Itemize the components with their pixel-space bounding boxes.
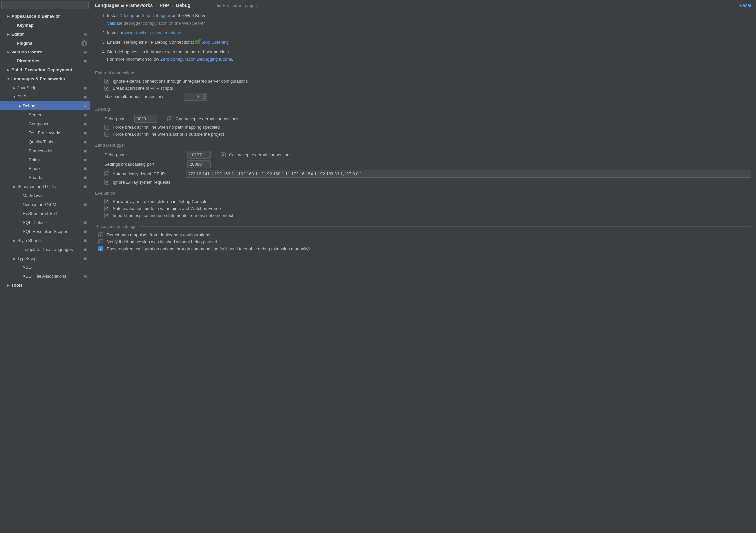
search-input[interactable] <box>1 1 89 9</box>
max-conn-label: Max. simultaneous connections: <box>104 94 181 99</box>
xdebug-force2-checkbox[interactable] <box>104 132 109 137</box>
tree-item-label: Build, Execution, Deployment <box>11 67 87 72</box>
tree-item-schemas-and-dtds[interactable]: ▶Schemas and DTDs▣ <box>0 182 90 191</box>
tree-arrow-icon: ▶ <box>6 68 11 72</box>
adv1-checkbox[interactable] <box>98 232 103 237</box>
tree-arrow-icon: ▶ <box>6 51 11 54</box>
tree-item-debug[interactable]: ▶Debug▣ <box>0 101 90 110</box>
project-scope-icon: ▣ <box>83 131 87 135</box>
tree-item-label: XSLT <box>23 265 87 270</box>
tree-item-appearance-behavior[interactable]: ▶Appearance & Behavior <box>0 12 90 21</box>
project-scope-icon: ▣ <box>83 184 87 189</box>
tree-arrow-icon: ▶ <box>12 239 17 242</box>
tree-item-smarty[interactable]: Smarty▣ <box>0 173 90 182</box>
pre-config-steps: Install Xdebug or Zend Debugger on the W… <box>95 11 751 64</box>
max-conn-input[interactable] <box>184 93 202 101</box>
project-scope-icon: ▣ <box>83 86 87 90</box>
break-first-checkbox[interactable] <box>104 86 109 91</box>
tree-item-label: SQL Dialects <box>23 220 81 225</box>
reset-button[interactable]: Reset <box>739 3 751 8</box>
tree-item-node-js-and-npm[interactable]: Node.js and NPM▣ <box>0 200 90 209</box>
xdebug-accept-checkbox[interactable] <box>167 116 172 121</box>
tree-item-label: Servers <box>29 112 81 117</box>
tree-item-markdown[interactable]: Markdown <box>0 191 90 200</box>
eval2-checkbox[interactable] <box>104 206 109 211</box>
tree-item-label: Version Control <box>11 50 81 54</box>
settings-sidebar: ⌕ ▶Appearance & BehaviorKeymap▶Editor▣Pl… <box>0 0 90 533</box>
tree-item-editor[interactable]: ▶Editor▣ <box>0 30 90 39</box>
advanced-twisty-icon[interactable]: ▼ <box>95 225 100 228</box>
tree-item-blade[interactable]: Blade▣ <box>0 164 90 173</box>
header: Languages & Frameworks › PHP › Debug ▣ F… <box>90 0 756 11</box>
validate-link[interactable]: Validate <box>107 21 122 26</box>
zend-autoip-checkbox[interactable] <box>104 171 109 176</box>
zend-accept-checkbox[interactable] <box>221 152 226 157</box>
xdebug-port-input[interactable] <box>134 115 157 123</box>
xdebug-link[interactable]: Xdebug <box>120 13 135 18</box>
adv3-checkbox[interactable] <box>98 246 103 251</box>
zend-zray-checkbox[interactable] <box>104 180 109 185</box>
zend-link[interactable]: Zend Debugger <box>141 13 170 18</box>
tree-item-tools[interactable]: ▶Tools <box>0 281 90 290</box>
tree-item-directories[interactable]: Directories▣ <box>0 56 90 65</box>
project-scope-icon: ▣ <box>83 166 87 171</box>
tree-item-javascript[interactable]: ▶JavaScript▣ <box>0 83 90 92</box>
zend-ips-input[interactable] <box>186 170 751 178</box>
eval3-checkbox[interactable] <box>104 213 109 218</box>
tree-item-build-execution-deployment[interactable]: ▶Build, Execution, Deployment <box>0 65 90 74</box>
zend-bcast-label: Settings broadcasting port: <box>104 162 184 167</box>
project-scope-icon: ▣ <box>83 95 87 99</box>
project-scope-icon: ▣ <box>83 32 87 37</box>
tree-item-test-frameworks[interactable]: Test Frameworks▣ <box>0 128 90 137</box>
eval1-checkbox[interactable] <box>104 199 109 204</box>
spinner-down-icon[interactable]: ▼ <box>202 97 207 100</box>
step-1: Install Xdebug or Zend Debugger on the W… <box>107 11 751 28</box>
project-scope-icon: ▣ <box>83 158 87 162</box>
section-title: Xdebug <box>95 107 110 112</box>
tree-item-plugins[interactable]: Plugins1 <box>0 39 90 48</box>
tree-item-xslt-file-associations[interactable]: XSLT File Associations▣ <box>0 272 90 281</box>
tree-item-phing[interactable]: Phing▣ <box>0 155 90 164</box>
crumb-php[interactable]: PHP <box>160 3 169 8</box>
spinner-up-icon[interactable]: ▲ <box>202 93 207 97</box>
tree-item-template-data-languages[interactable]: Template Data Languages▣ <box>0 245 90 254</box>
tree-item-keymap[interactable]: Keymap <box>0 21 90 30</box>
stop-listening-link[interactable]: Stop Listening <box>201 40 229 45</box>
tree-item-label: Tools <box>11 283 87 288</box>
tree-item-sql-dialects[interactable]: SQL Dialects▣ <box>0 218 90 227</box>
tree-item-servers[interactable]: Servers▣ <box>0 110 90 119</box>
tree-arrow-icon: ▶ <box>6 284 11 287</box>
ignore-ext-checkbox[interactable] <box>104 79 109 84</box>
xdebug-force1-checkbox[interactable] <box>104 125 109 130</box>
zend-port-input[interactable] <box>187 151 211 159</box>
tree-item-quality-tools[interactable]: Quality Tools▣ <box>0 137 90 146</box>
eval3-label: Import namespace and use statements from… <box>113 213 233 218</box>
crumb-root[interactable]: Languages & Frameworks <box>95 3 153 8</box>
content-pane: Languages & Frameworks › PHP › Debug ▣ F… <box>90 0 756 533</box>
tree-arrow-icon: ▶ <box>12 185 17 188</box>
zero-conf-link[interactable]: Zero-configuration Debugging tutorial <box>160 57 232 62</box>
crumb-debug[interactable]: Debug <box>176 3 191 8</box>
tree-item-version-control[interactable]: ▶Version Control▣ <box>0 48 90 56</box>
tree-item-languages-frameworks[interactable]: ▼Languages & Frameworks <box>0 74 90 83</box>
tree-item-style-sheets[interactable]: ▶Style Sheets▣ <box>0 236 90 245</box>
tree-arrow-icon: ▶ <box>12 257 17 260</box>
project-scope-icon: ▣ <box>83 122 87 126</box>
zend-autoip-label: Automatically detect IDE IP: <box>113 171 182 176</box>
tree-item-php[interactable]: ▼PHP▣ <box>0 92 90 101</box>
tree-item-xslt[interactable]: XSLT <box>0 263 90 272</box>
tree-item-label: Markdown <box>23 193 87 198</box>
tree-item-label: Frameworks <box>29 148 81 153</box>
tree-item-sql-resolution-scopes[interactable]: SQL Resolution Scopes▣ <box>0 227 90 236</box>
tree-item-composer[interactable]: Composer▣ <box>0 119 90 128</box>
tree-item-typescript[interactable]: ▶TypeScript▣ <box>0 254 90 263</box>
project-scope-icon: ▣ <box>83 140 87 144</box>
zend-bcast-input[interactable] <box>187 160 211 168</box>
zend-port-label: Debug port: <box>104 152 184 157</box>
zend-accept-label: Can accept external connections <box>229 152 292 157</box>
settings-tree: ▶Appearance & BehaviorKeymap▶Editor▣Plug… <box>0 10 90 533</box>
adv2-checkbox[interactable] <box>98 239 103 244</box>
tree-item-frameworks[interactable]: Frameworks▣ <box>0 146 90 155</box>
bookmarklets-link[interactable]: browser toolbar or bookmarklets <box>120 30 181 35</box>
tree-item-restructured-text[interactable]: ReStructured Text <box>0 209 90 218</box>
